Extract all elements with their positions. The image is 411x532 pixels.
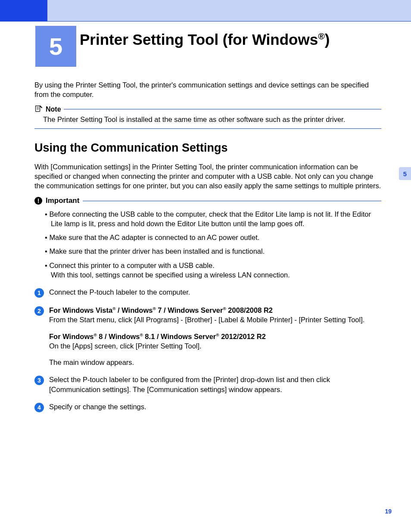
- note-rule-top: [64, 109, 381, 109]
- section-intro: With [Communication settings] in the Pri…: [34, 162, 381, 191]
- step-1: 1 Connect the P-touch labeler to the com…: [34, 287, 381, 298]
- step-number-badge: 4: [34, 403, 44, 412]
- important-block: ! Important Before connecting the USB ca…: [34, 196, 381, 280]
- step-2: 2 For Windows Vista® / Windows® 7 / Wind…: [34, 305, 381, 367]
- step-3: 3 Select the P-touch labeler to be confi…: [34, 375, 381, 394]
- important-list: Before connecting the USB cable to the c…: [34, 209, 381, 280]
- important-item: Connect this printer to a computer with …: [45, 261, 381, 280]
- page-number: 19: [385, 508, 392, 515]
- step-2-heading-b: For Windows® 8 / Windows® 8.1 / Windows …: [49, 332, 381, 341]
- svg-rect-0: [36, 106, 40, 112]
- important-item-text: Connect this printer to a computer with …: [49, 261, 290, 279]
- step-2-body-a: From the Start menu, click [All Programs…: [49, 315, 381, 324]
- important-icon: !: [34, 197, 42, 205]
- note-header: Note: [34, 105, 381, 114]
- chapter-title-post: ): [325, 31, 330, 48]
- note-icon: [34, 105, 43, 113]
- important-item: Make sure that the printer driver has be…: [45, 246, 381, 256]
- chapter-title-reg: ®: [318, 31, 324, 41]
- note-label: Note: [46, 105, 61, 114]
- step-body: Connect the P-touch labeler to the compu…: [49, 287, 381, 298]
- chapter-number: 5: [49, 32, 62, 60]
- note-rule-bottom: [34, 128, 381, 129]
- step-body: Select the P-touch labeler to be configu…: [49, 375, 381, 394]
- important-item: Before connecting the USB cable to the c…: [45, 209, 381, 229]
- step-2-body-c: The main window appears.: [49, 358, 381, 367]
- note-body: The Printer Setting Tool is installed at…: [34, 115, 381, 124]
- step-number-badge: 3: [34, 376, 44, 385]
- side-tab-number: 5: [403, 170, 407, 177]
- header-accent-dark: [0, 0, 47, 22]
- step-2-body-b: On the [Apps] screen, click [Printer Set…: [49, 341, 381, 351]
- page-content: By using the Printer Setting Tool, the p…: [34, 80, 381, 420]
- chapter-title: Printer Setting Tool (for Windows®): [80, 31, 330, 48]
- chapter-number-box: 5: [35, 26, 76, 67]
- intro-paragraph: By using the Printer Setting Tool, the p…: [34, 80, 381, 100]
- step-2-heading-a: For Windows Vista® / Windows® 7 / Window…: [49, 305, 381, 315]
- step-body: For Windows Vista® / Windows® 7 / Window…: [49, 305, 381, 367]
- step-4: 4 Specify or change the settings.: [34, 402, 381, 412]
- important-header: ! Important: [34, 196, 381, 206]
- chapter-title-pre: Printer Setting Tool (for Windows: [80, 31, 318, 48]
- note-block: Note The Printer Setting Tool is install…: [34, 105, 381, 129]
- section-title: Using the Communication Settings: [34, 140, 381, 156]
- step-number-badge: 1: [34, 288, 44, 298]
- important-rule: [83, 201, 381, 201]
- important-label: Important: [46, 196, 79, 206]
- side-tab-chapter: 5: [399, 167, 411, 180]
- step-body: Specify or change the settings.: [49, 402, 381, 412]
- header-accent-light: [47, 0, 411, 22]
- step-number-badge: 2: [34, 306, 44, 316]
- important-item: Make sure that the AC adapter is connect…: [45, 233, 381, 242]
- steps-list: 1 Connect the P-touch labeler to the com…: [34, 287, 381, 412]
